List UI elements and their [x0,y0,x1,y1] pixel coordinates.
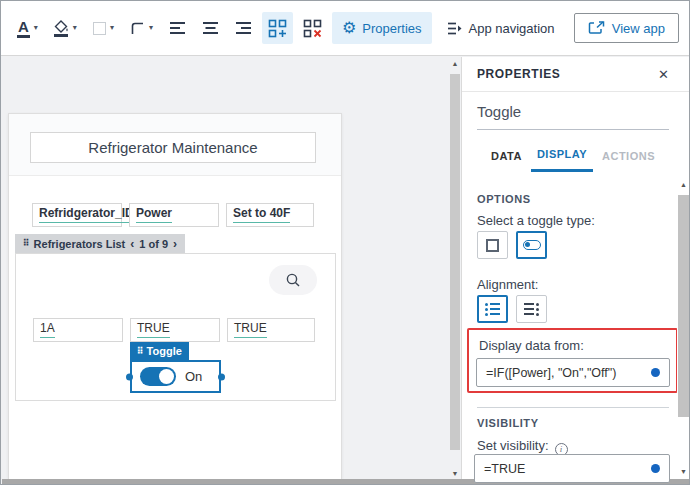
app-navigation-label: App navigation [469,21,555,36]
properties-panel-header: PROPERTIES ✕ [462,57,690,92]
component-name-input[interactable]: Toggle [477,103,669,130]
toolbar: A ▾ ▾ ▾ ▾ [1,1,689,56]
formula-source-dot-icon[interactable] [651,464,660,473]
toggle-right-icon [524,303,539,316]
app-title-block[interactable]: Refrigerator Maintenance [30,132,316,163]
chevron-down-icon: ▾ [34,24,38,32]
panel-scrollbar[interactable]: ▲ ▼ [677,179,690,479]
panel-tabs: DATA DISPLAY ACTIONS [477,147,669,172]
app-builder-window: A ▾ ▾ ▾ ▾ [0,0,690,485]
border-style-button[interactable]: ▾ [124,12,159,44]
align-right-icon [235,21,252,35]
properties-button[interactable]: ⚙ Properties [332,12,432,44]
scrollbar-thumb[interactable] [450,74,460,450]
page-header-band: Refrigerator Maintenance [9,114,341,176]
visibility-formula-input[interactable]: =TRUE [474,454,670,483]
properties-panel: PROPERTIES ✕ Toggle DATA DISPLAY ACTIONS… [461,57,690,479]
column-header-label: Power [136,207,172,222]
toggle-component-selected[interactable]: On [130,360,221,393]
delete-block-icon [303,19,322,38]
column-header-refrigerator-id[interactable]: Refridgerator_ID [32,203,122,227]
align-center-icon [202,21,219,35]
cell-value: TRUE [137,322,170,337]
toggle-left-icon [485,303,500,316]
formula-text: =IF([Power], "On","Off") [486,366,616,380]
toggle-type-switch-option[interactable] [516,231,547,259]
checkbox-icon [486,239,499,252]
toggle-knob [159,369,174,384]
set-visibility-label: Set visibility:i [477,438,568,456]
list-tag-label: Refrigerators List [34,238,126,250]
alignment-options [477,295,547,323]
panel-title: PROPERTIES [477,67,560,81]
resize-handle-left[interactable] [126,373,133,380]
formula-source-dot-icon[interactable] [651,368,660,377]
tab-display[interactable]: DISPLAY [531,147,593,172]
tab-actions[interactable]: ACTIONS [596,147,661,172]
toggle-switch-icon [523,240,541,250]
search-button[interactable] [269,265,317,295]
border-color-button[interactable]: ▾ [87,12,120,44]
column-header-set-to-40f[interactable]: Set to 40F [226,203,314,227]
gear-icon: ⚙ [342,20,356,36]
toggle-type-options [477,231,547,259]
toggle-type-checkbox-option[interactable] [477,231,508,259]
cell-power[interactable]: TRUE [130,318,220,342]
app-canvas-page: Refrigerator Maintenance Refridgerator_I… [8,113,342,479]
page-prev-icon[interactable]: ‹ [130,238,134,250]
refrigerators-list-block[interactable]: 1A TRUE TRUE ⠿ Toggle On [15,253,336,401]
display-data-label: Display data from: [479,338,584,353]
cell-set-to-40f[interactable]: TRUE [227,318,315,342]
scroll-up-icon[interactable]: ▲ [449,60,461,67]
fill-color-button[interactable]: ▾ [48,12,83,44]
column-header-power[interactable]: Power [129,203,219,227]
align-right-button[interactable] [229,12,258,44]
corner-border-icon [130,21,145,35]
section-divider [477,407,669,408]
align-left-icon [169,21,186,35]
align-toggle-right-option[interactable] [516,295,547,323]
toggle-selection-tag[interactable]: ⠿ Toggle [130,342,189,360]
display-data-formula-input[interactable]: =IF([Power], "On","Off") [476,358,670,387]
tab-data[interactable]: DATA [485,147,528,172]
delete-block-button[interactable] [297,12,328,44]
view-app-button[interactable]: View app [574,13,679,43]
toggle-switch[interactable] [140,367,176,386]
page-next-icon[interactable]: › [173,238,177,250]
view-app-icon [588,21,605,36]
scroll-down-icon[interactable]: ▼ [449,470,461,477]
drag-handle-icon[interactable]: ⠿ [23,239,29,248]
visibility-value: =TRUE [484,462,525,476]
drag-handle-icon[interactable]: ⠿ [137,347,143,356]
close-icon[interactable]: ✕ [652,66,675,83]
refrigerators-list-tag[interactable]: ⠿ Refrigerators List ‹ 1 of 9 › [15,234,185,253]
align-toggle-left-option[interactable] [477,295,508,323]
cell-value: 1A [40,322,55,337]
highlight-annotation-box: Display data from: =IF([Power], "On","Of… [467,328,678,393]
search-icon [285,272,301,288]
toggle-state-label: On [185,369,202,384]
cell-value: TRUE [234,322,267,337]
options-section-label: OPTIONS [477,193,531,205]
align-left-button[interactable] [163,12,192,44]
paint-bucket-icon [54,20,69,37]
add-block-button[interactable] [262,12,293,44]
font-color-button[interactable]: A ▾ [11,12,44,44]
canvas-vertical-scrollbar[interactable]: ▲ ▼ [449,58,461,479]
toggle-tag-label: Toggle [147,345,182,357]
app-navigation-icon [446,21,462,36]
alignment-label: Alignment: [477,277,538,292]
resize-handle-right[interactable] [218,373,225,380]
cell-refrigerator-id[interactable]: 1A [33,318,123,342]
app-navigation-button[interactable]: App navigation [436,12,565,44]
font-color-icon: A [17,19,30,38]
scrollbar-thumb[interactable] [678,195,689,417]
view-app-label: View app [612,21,665,36]
chevron-down-icon: ▾ [73,24,77,32]
scroll-down-icon[interactable]: ▼ [677,468,690,475]
scroll-up-icon[interactable]: ▲ [677,181,690,188]
column-header-label: Set to 40F [233,207,290,222]
chevron-down-icon: ▾ [110,24,114,32]
page-indicator: 1 of 9 [139,238,168,250]
align-center-button[interactable] [196,12,225,44]
